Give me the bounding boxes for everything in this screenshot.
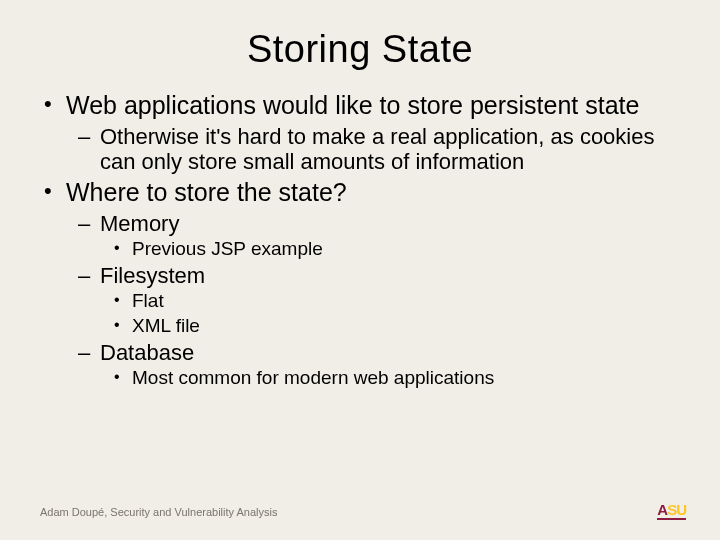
footer-text: Adam Doupé, Security and Vulnerability A… bbox=[40, 506, 277, 518]
subsub-item: Previous JSP example bbox=[112, 238, 680, 261]
sub-list: Otherwise it's hard to make a real appli… bbox=[76, 124, 680, 175]
subsub-text: XML file bbox=[132, 315, 200, 336]
slide-title: Storing State bbox=[40, 28, 680, 71]
logo-a: A bbox=[657, 501, 667, 518]
sub-list: Memory Previous JSP example Filesystem F… bbox=[76, 211, 680, 390]
sub-text: Filesystem bbox=[100, 263, 205, 288]
subsub-text: Most common for modern web applications bbox=[132, 367, 494, 388]
subsub-text: Previous JSP example bbox=[132, 238, 323, 259]
bullet-list: Web applications would like to store per… bbox=[40, 91, 680, 390]
sub-item: Memory Previous JSP example bbox=[76, 211, 680, 261]
sub-text: Database bbox=[100, 340, 194, 365]
sub-item: Database Most common for modern web appl… bbox=[76, 340, 680, 390]
subsub-text: Flat bbox=[132, 290, 164, 311]
sub-text: Memory bbox=[100, 211, 179, 236]
asu-logo: ASU bbox=[657, 502, 686, 520]
slide: Storing State Web applications would lik… bbox=[0, 0, 720, 540]
sub-text: Otherwise it's hard to make a real appli… bbox=[100, 124, 654, 174]
subsub-list: Most common for modern web applications bbox=[112, 367, 680, 390]
bullet-item: Web applications would like to store per… bbox=[40, 91, 680, 174]
subsub-item: Flat bbox=[112, 290, 680, 313]
subsub-item: XML file bbox=[112, 315, 680, 338]
bullet-item: Where to store the state? Memory Previou… bbox=[40, 178, 680, 390]
sub-item: Otherwise it's hard to make a real appli… bbox=[76, 124, 680, 175]
bullet-text: Web applications would like to store per… bbox=[66, 91, 639, 119]
subsub-list: Flat XML file bbox=[112, 290, 680, 338]
subsub-list: Previous JSP example bbox=[112, 238, 680, 261]
sub-item: Filesystem Flat XML file bbox=[76, 263, 680, 338]
logo-su: SU bbox=[667, 501, 686, 518]
subsub-item: Most common for modern web applications bbox=[112, 367, 680, 390]
logo-underline bbox=[657, 518, 686, 520]
bullet-text: Where to store the state? bbox=[66, 178, 347, 206]
